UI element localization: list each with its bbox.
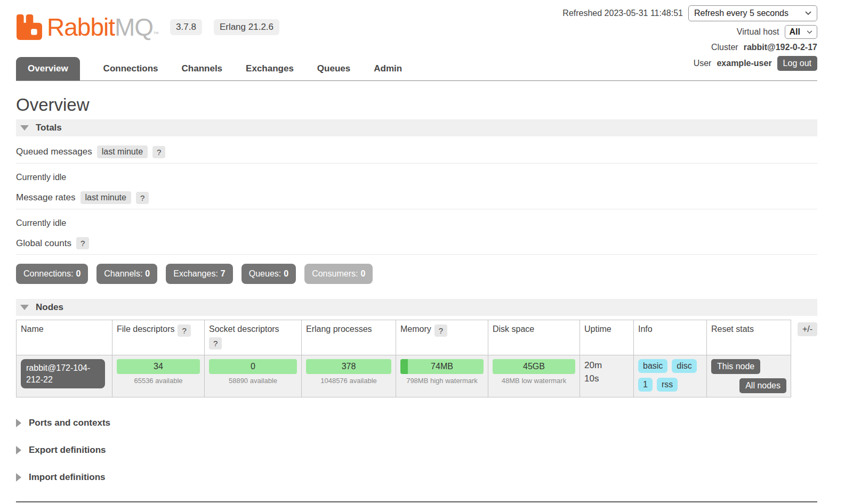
channels-count-value: 0 xyxy=(145,269,150,278)
virtual-host-select[interactable]: All xyxy=(785,25,817,39)
exchanges-count-badge[interactable]: Exchanges:7 xyxy=(166,264,233,284)
col-name: Name xyxy=(17,320,112,355)
tab-connections[interactable]: Connections xyxy=(103,57,158,80)
global-counts-heading: Global counts ? xyxy=(16,237,817,255)
consumers-count-badge: Consumers:0 xyxy=(304,264,373,284)
col-info: Info xyxy=(634,320,707,355)
message-rates-heading: Message rates last minute ? xyxy=(16,191,817,209)
file-descriptors-value: 34 xyxy=(154,362,163,371)
nodes-table: Name File descriptors? Socket descriptor… xyxy=(16,320,791,397)
info-badge-disc: disc xyxy=(672,359,696,373)
virtual-host-value: All xyxy=(790,27,800,37)
export-definitions-label: Export definitions xyxy=(29,445,106,456)
file-descriptors-meter: 34 xyxy=(117,359,200,374)
refresh-interval-value: Refresh every 5 seconds xyxy=(694,9,788,18)
col-socket-descriptors-label: Socket descriptors xyxy=(209,324,279,334)
memory-meter: 74MB xyxy=(400,359,484,374)
nodes-section-label: Nodes xyxy=(36,302,63,313)
reset-this-node-button[interactable]: This node xyxy=(711,359,760,374)
totals-section-label: Totals xyxy=(36,123,62,133)
col-file-descriptors-label: File descriptors xyxy=(117,324,174,334)
export-definitions-section[interactable]: Export definitions xyxy=(16,445,817,456)
tab-overview[interactable]: Overview xyxy=(16,57,80,80)
exchanges-count-value: 7 xyxy=(221,269,226,278)
node-name-cell: rabbit@172-104-212-22 xyxy=(17,355,112,397)
refreshed-timestamp: Refreshed 2023-05-31 11:48:51 xyxy=(562,9,683,18)
queued-messages-heading: Queued messages last minute ? xyxy=(16,145,817,164)
rates-idle-status: Currently idle xyxy=(16,218,817,228)
node-name-badge[interactable]: rabbit@172-104-212-22 xyxy=(21,359,105,388)
main-nav-tabs: Overview Connections Channels Exchanges … xyxy=(16,57,817,81)
queued-rate-window-badge: last minute xyxy=(97,145,148,158)
info-badge-basic: basic xyxy=(638,359,667,373)
brand-rabbit: Rabbit xyxy=(47,13,115,41)
totals-section-header[interactable]: Totals xyxy=(16,119,817,136)
info-cell: basic disc 1 rss xyxy=(634,355,707,397)
tab-exchanges[interactable]: Exchanges xyxy=(246,57,294,80)
memory-meter-fill xyxy=(400,359,408,374)
channels-count-badge[interactable]: Channels:0 xyxy=(96,264,157,284)
exchanges-count-label: Exchanges: xyxy=(173,269,218,278)
file-descriptors-detail: 65536 available xyxy=(117,377,200,385)
disk-space-cell: 45GB 48MB low watermark xyxy=(488,355,580,397)
socket-descriptors-value: 0 xyxy=(251,362,255,371)
chevron-down-icon xyxy=(807,30,812,34)
tab-admin[interactable]: Admin xyxy=(374,57,402,80)
nodes-header-row: Name File descriptors? Socket descriptor… xyxy=(17,320,791,355)
nodes-section-header[interactable]: Nodes xyxy=(16,299,817,316)
col-disk-space-label: Disk space xyxy=(493,324,534,334)
memory-help-icon[interactable]: ? xyxy=(434,324,447,337)
page: RabbitMQ™ 3.7.8 Erlang 21.2.6 Refreshed … xyxy=(16,0,817,504)
queued-help-icon[interactable]: ? xyxy=(152,146,165,158)
memory-cell: 74MB 798MB high watermark xyxy=(396,355,488,397)
file-descriptors-help-icon[interactable]: ? xyxy=(178,324,190,337)
col-memory-label: Memory xyxy=(400,324,431,334)
queued-idle-status: Currently idle xyxy=(16,173,817,182)
reset-stats-cell: This node All nodes xyxy=(707,355,791,397)
refresh-row: Refreshed 2023-05-31 11:48:51 Refresh ev… xyxy=(562,5,817,21)
version-badge: 3.7.8 xyxy=(170,19,202,35)
col-socket-descriptors: Socket descriptors? xyxy=(205,320,302,355)
collapse-triangle-icon xyxy=(20,305,29,310)
file-descriptors-cell: 34 65536 available xyxy=(112,355,205,397)
rabbitmq-logo[interactable]: RabbitMQ™ xyxy=(16,14,158,40)
reset-all-nodes-button[interactable]: All nodes xyxy=(739,378,786,393)
chevron-down-icon xyxy=(805,11,811,15)
refresh-interval-select[interactable]: Refresh every 5 seconds xyxy=(688,5,817,21)
connections-count-value: 0 xyxy=(76,269,81,278)
queues-count-badge[interactable]: Queues:0 xyxy=(242,264,296,284)
erlang-version-badge: Erlang 21.2.6 xyxy=(214,19,279,35)
rates-help-icon[interactable]: ? xyxy=(136,192,149,204)
consumers-count-label: Consumers: xyxy=(312,269,358,278)
connections-count-badge[interactable]: Connections:0 xyxy=(16,264,88,284)
import-definitions-section[interactable]: Import definitions xyxy=(16,472,817,483)
global-counts-badges: Connections:0 Channels:0 Exchanges:7 Que… xyxy=(16,264,817,284)
expand-triangle-icon xyxy=(16,419,21,427)
tab-queues[interactable]: Queues xyxy=(317,57,350,80)
cluster-name: rabbit@192-0-2-17 xyxy=(744,43,817,52)
nodes-table-wrap: Name File descriptors? Socket descriptor… xyxy=(16,320,817,397)
rabbitmq-logo-icon xyxy=(16,14,43,40)
main-content: Overview Totals Queued messages last min… xyxy=(16,95,817,483)
info-badge-count: 1 xyxy=(638,378,653,392)
socket-descriptors-meter: 0 xyxy=(209,359,297,374)
erlang-processes-meter: 378 xyxy=(306,359,391,374)
erlang-processes-detail: 1048576 available xyxy=(306,377,391,385)
col-uptime-label: Uptime xyxy=(584,324,611,334)
global-counts-help-icon[interactable]: ? xyxy=(76,237,89,249)
memory-detail: 798MB high watermark xyxy=(400,377,484,385)
message-rates-label: Message rates xyxy=(16,192,76,203)
ports-and-contexts-section[interactable]: Ports and contexts xyxy=(16,418,817,428)
col-file-descriptors: File descriptors? xyxy=(112,320,205,355)
tab-channels[interactable]: Channels xyxy=(182,57,223,80)
socket-descriptors-help-icon[interactable]: ? xyxy=(209,337,222,349)
page-title: Overview xyxy=(16,95,817,115)
virtual-host-row: Virtual host All xyxy=(737,25,817,39)
info-badge-rss: rss xyxy=(657,378,678,392)
col-erlang-processes: Erlang processes xyxy=(302,320,396,355)
brand-row: RabbitMQ™ 3.7.8 Erlang 21.2.6 xyxy=(16,14,279,40)
column-toggle-button[interactable]: +/- xyxy=(798,322,817,336)
memory-value: 74MB xyxy=(431,362,453,371)
node-row: rabbit@172-104-212-22 34 65536 available… xyxy=(17,355,791,397)
queues-count-value: 0 xyxy=(284,269,288,278)
